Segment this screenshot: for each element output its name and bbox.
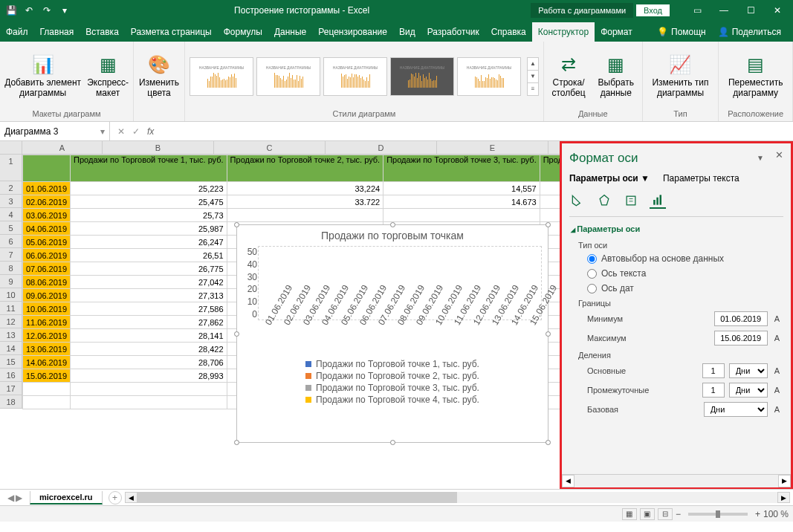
chart-style-thumb[interactable]: НАЗВАНИЕ ДИАГРАММЫ [457,57,521,96]
cell[interactable]: 03.06.2019 [23,209,71,222]
cell[interactable]: 08.06.2019 [23,276,71,289]
cell[interactable]: 28,993 [71,369,227,383]
chart-style-thumb[interactable]: НАЗВАНИЕ ДИАГРАММЫ [323,57,387,96]
cell[interactable]: 02.06.2019 [23,195,71,209]
select-all-corner[interactable] [0,141,22,154]
gallery-scroll[interactable]: ▲▼≡ [527,57,539,96]
cell[interactable]: 14,557 [383,182,540,195]
cell[interactable]: 14.673 [383,195,540,209]
cell[interactable]: 27,042 [71,276,227,289]
cell[interactable] [383,209,540,222]
table-header-cell[interactable] [23,155,71,182]
select-data-button[interactable]: ▦Выбрать данные [595,54,638,99]
chart-handle[interactable] [546,222,551,227]
row-header[interactable]: 11 [0,302,22,315]
size-props-icon[interactable] [623,192,639,209]
col-header[interactable]: E [437,141,548,154]
cell[interactable] [71,396,227,409]
table-header-cell[interactable]: Продажи по Торговой точке 3, тыс. руб. [383,155,540,182]
legend-item[interactable]: Продажи по Торговой точке 1, тыс. руб. [243,359,542,369]
row-header[interactable]: 13 [0,328,22,342]
chart-styles-gallery[interactable]: НАЗВАНИЕ ДИАГРАММЫНАЗВАНИЕ ДИАГРАММЫНАЗВ… [190,57,521,96]
close-icon[interactable]: ✕ [765,2,790,19]
tab-конструктор[interactable]: Конструктор [532,22,595,42]
cell[interactable]: 33,224 [227,182,383,195]
axis-options-tab[interactable]: Параметры оси ▼ [569,173,650,184]
row-header[interactable]: 17 [0,382,22,395]
cancel-icon[interactable]: ✕ [117,126,125,137]
row-header[interactable]: 4 [0,208,22,221]
pane-section-title[interactable]: Параметры оси [571,220,782,238]
move-chart-button[interactable]: ▤Переместить диаграмму [723,54,788,99]
row-header[interactable]: 9 [0,275,22,288]
chart-handle[interactable] [234,331,239,337]
cell[interactable]: 26,775 [71,262,227,276]
sheet-nav-next[interactable]: ▶ [16,493,22,503]
change-chart-type-button[interactable]: 📈Изменить тип диаграммы [647,54,714,99]
bounds-max-input[interactable] [714,331,768,346]
row-header[interactable]: 3 [0,195,22,208]
chart-legend[interactable]: Продажи по Торговой точке 1, тыс. руб.Пр… [243,359,542,405]
chart-handle[interactable] [234,222,239,227]
enter-icon[interactable]: ✓ [132,126,140,137]
cell[interactable]: 05.06.2019 [23,236,71,249]
cell[interactable]: 27,862 [71,316,227,329]
cell[interactable]: 06.06.2019 [23,249,71,262]
chart-object[interactable]: Продажи по торговым точкам 50403020100 0… [236,224,548,443]
chart-handle[interactable] [390,440,395,445]
add-sheet-button[interactable]: + [109,491,122,505]
tab-главная[interactable]: Главная [34,22,80,42]
table-header-cell[interactable]: Продажи по Торговой точке 4, тыс. руб. [540,155,560,182]
chart-handle[interactable] [234,440,239,445]
tab-данные[interactable]: Данные [268,22,312,42]
cell[interactable]: 12.06.2019 [23,329,71,343]
pane-hscroll[interactable]: ◀▶ [562,474,791,487]
pane-options-icon[interactable]: ▼ [757,154,764,162]
legend-item[interactable]: Продажи по Торговой точке 2, тыс. руб. [243,371,542,381]
row-header[interactable]: 7 [0,248,22,262]
col-header[interactable]: B [103,141,214,154]
table-header-cell[interactable]: Продажи по Торговой точке 2, тыс. руб. [227,155,383,182]
row-header[interactable]: 16 [0,369,22,382]
chart-handle[interactable] [390,222,395,227]
bounds-min-input[interactable] [714,311,768,326]
cell[interactable]: 28,706 [71,356,227,369]
text-options-tab[interactable]: Параметры текста [663,173,739,184]
zoom-out-icon[interactable]: − [676,509,681,519]
base-unit-select[interactable]: Дни [704,402,768,417]
cell[interactable]: 25,73 [71,209,227,222]
axis-text-radio[interactable]: Ось текста [571,266,782,281]
major-unit-select[interactable]: Дни [729,363,768,378]
redo-icon[interactable]: ↷ [39,2,55,19]
horizontal-scrollbar[interactable]: ◀▶ [122,492,793,503]
tell-me-help[interactable]: 💡 Помощн [651,22,712,42]
name-box[interactable]: Диаграмма 3▾ [0,122,110,140]
ribbon-display-icon[interactable]: ▭ [684,2,710,19]
tab-справка[interactable]: Справка [485,22,532,42]
qat-more-icon[interactable]: ▾ [56,2,73,19]
cell[interactable]: 24,3 [540,182,560,195]
axis-options-icon[interactable] [650,192,666,209]
row-header[interactable]: 2 [0,181,22,195]
cell[interactable]: 11.06.2019 [23,316,71,329]
tab-файл[interactable]: Файл [0,22,34,42]
minor-unit-select[interactable]: Дни [729,383,768,398]
legend-item[interactable]: Продажи по Торговой точке 4, тыс. руб. [243,395,542,405]
row-header[interactable]: 12 [0,315,22,328]
cell[interactable]: 10.06.2019 [23,302,71,316]
normal-view-icon[interactable]: ▦ [622,508,637,520]
tab-разметка страницы[interactable]: Разметка страницы [125,22,218,42]
quick-layout-button[interactable]: ▦Экспресс-макет [87,54,129,99]
pane-close-icon[interactable]: ✕ [775,149,783,160]
undo-icon[interactable]: ↶ [21,2,37,19]
cell[interactable]: 27,586 [71,302,227,316]
fill-line-icon[interactable] [569,192,586,209]
tab-формулы[interactable]: Формулы [218,22,268,42]
share-button[interactable]: 👤 Поделиться [712,22,787,42]
cell[interactable]: 26,51 [71,249,227,262]
tab-рецензирование[interactable]: Рецензирование [312,22,393,42]
cell[interactable]: 27,313 [71,289,227,302]
col-header[interactable]: A [22,141,103,154]
table-header-cell[interactable]: Продажи по Торговой точке 1, тыс. руб. [71,155,227,182]
zoom-level[interactable]: 100 % [763,509,789,519]
